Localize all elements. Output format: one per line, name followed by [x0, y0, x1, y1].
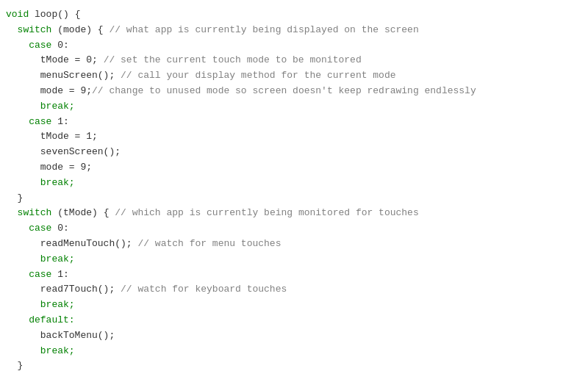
line-content: tMode = 0; // set the current touch mode…	[6, 53, 582, 68]
line-content: switch (mode) { // what app is currently…	[6, 23, 582, 38]
code-line: mode = 9;// change to unused mode so scr…	[0, 84, 588, 99]
line-content: case 1:	[6, 267, 582, 283]
code-line: }	[0, 191, 588, 206]
code-line: case 0:	[0, 38, 588, 54]
line-content: break;	[6, 252, 582, 267]
token: case	[6, 223, 51, 234]
token: // which app is currently being monitore…	[115, 207, 418, 218]
line-content: sevenScreen();	[6, 145, 582, 160]
token: void	[6, 9, 29, 20]
code-line: void loop() {	[0, 7, 588, 23]
line-content: read7Touch(); // watch for keyboard touc…	[6, 282, 582, 298]
line-content: }	[6, 359, 582, 371]
token: break;	[6, 177, 75, 188]
line-content: switch (tMode) { // which app is current…	[6, 206, 582, 221]
line-content: case 0:	[6, 38, 582, 54]
token: (mode) {	[51, 24, 109, 35]
token: switch	[6, 24, 51, 35]
line-content: break;	[6, 176, 582, 191]
token: tMode = 1;	[6, 131, 98, 142]
token: break;	[6, 101, 75, 112]
line-content: backToMenu();	[6, 328, 582, 344]
code-line: switch (mode) { // what app is currently…	[0, 23, 588, 38]
code-line: }	[0, 359, 588, 371]
token: mode = 9;	[6, 85, 92, 96]
code-line: break;	[0, 298, 588, 313]
token: }	[6, 192, 23, 203]
token: 0:	[51, 223, 68, 234]
token: case	[6, 116, 51, 127]
code-line: read7Touch(); // watch for keyboard touc…	[0, 282, 588, 298]
code-line: break;	[0, 344, 588, 359]
token: break;	[6, 253, 75, 264]
token: case	[6, 40, 51, 51]
code-line: mode = 9;	[0, 160, 588, 176]
token: break;	[6, 345, 75, 356]
line-content: break;	[6, 298, 582, 313]
line-content: mode = 9;	[6, 160, 582, 176]
line-content: break;	[6, 99, 582, 115]
line-content: break;	[6, 344, 582, 359]
token: mode = 9;	[6, 162, 92, 173]
line-content: menuScreen(); // call your display metho…	[6, 68, 582, 84]
code-line: case 1:	[0, 267, 588, 283]
code-line: sevenScreen();	[0, 145, 588, 160]
code-line: case 0:	[0, 221, 588, 237]
code-line: break;	[0, 176, 588, 191]
code-line: switch (tMode) { // which app is current…	[0, 206, 588, 221]
line-content: }	[6, 191, 582, 206]
line-content: mode = 9;// change to unused mode so scr…	[6, 84, 582, 99]
code-line: menuScreen(); // call your display metho…	[0, 68, 588, 84]
line-content: tMode = 1;	[6, 129, 582, 145]
token: tMode = 0;	[6, 54, 104, 65]
token: loop() {	[29, 9, 80, 20]
code-line: backToMenu();	[0, 328, 588, 344]
token: (tMode) {	[51, 207, 115, 218]
token: // change to unused mode so screen doesn…	[92, 85, 476, 96]
token: 1:	[51, 269, 68, 280]
line-content: case 0:	[6, 221, 582, 237]
token: sevenScreen();	[6, 146, 121, 157]
code-line: case 1:	[0, 115, 588, 130]
code-line: break;	[0, 99, 588, 115]
token: case	[6, 269, 51, 280]
line-content: default:	[6, 313, 582, 328]
token: switch	[6, 207, 51, 218]
token: break;	[6, 299, 75, 310]
code-lines: void loop() { switch (mode) { // what ap…	[0, 7, 588, 371]
token: 1:	[51, 116, 68, 127]
code-line: break;	[0, 252, 588, 267]
line-content: readMenuTouch(); // watch for menu touch…	[6, 237, 582, 252]
token: // what app is currently being displayed…	[109, 24, 418, 35]
line-content: case 1:	[6, 115, 582, 130]
code-line: readMenuTouch(); // watch for menu touch…	[0, 237, 588, 252]
token: // watch for keyboard touches	[121, 284, 287, 295]
line-content: void loop() {	[6, 7, 582, 23]
token: // set the current touch mode to be moni…	[104, 54, 362, 65]
token: readMenuTouch();	[6, 238, 137, 249]
token: menuScreen();	[6, 70, 121, 81]
token: read7Touch();	[6, 284, 121, 295]
token: 0:	[51, 40, 68, 51]
token: }	[6, 360, 23, 371]
code-editor: void loop() { switch (mode) { // what ap…	[0, 0, 588, 371]
token: backToMenu();	[6, 330, 115, 341]
token: default:	[6, 314, 75, 325]
code-line: tMode = 1;	[0, 129, 588, 145]
token: // call your display method for the curr…	[121, 70, 395, 81]
code-line: tMode = 0; // set the current touch mode…	[0, 53, 588, 68]
code-line: default:	[0, 313, 588, 328]
token: // watch for menu touches	[137, 238, 281, 249]
